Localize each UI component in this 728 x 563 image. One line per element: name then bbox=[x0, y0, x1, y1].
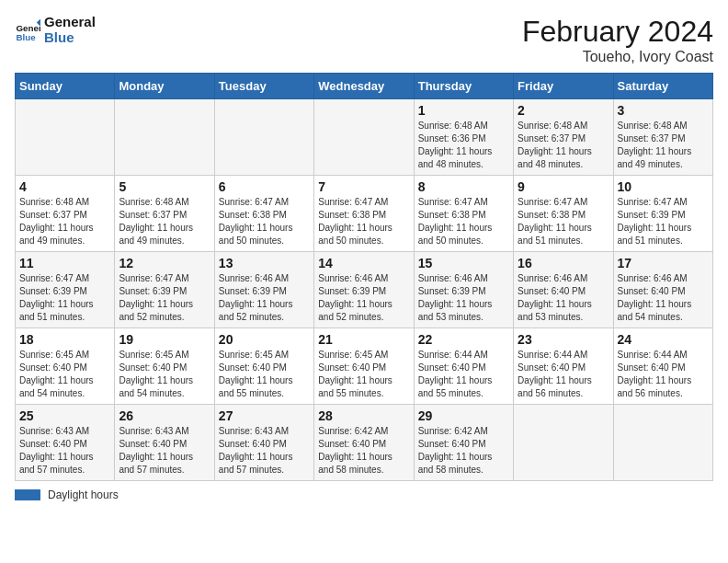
footer-legend-text: Daylight hours bbox=[48, 488, 119, 501]
calendar-cell: 18Sunrise: 6:45 AM Sunset: 6:40 PM Dayli… bbox=[16, 328, 115, 405]
day-info: Sunrise: 6:44 AM Sunset: 6:40 PM Dayligh… bbox=[418, 349, 509, 400]
calendar-cell bbox=[314, 99, 414, 176]
footer: Daylight hours bbox=[15, 488, 713, 501]
calendar-cell: 17Sunrise: 6:46 AM Sunset: 6:40 PM Dayli… bbox=[613, 252, 712, 328]
svg-text:Blue: Blue bbox=[16, 32, 36, 42]
logo: General Blue General Blue bbox=[15, 15, 96, 45]
day-info: Sunrise: 6:44 AM Sunset: 6:40 PM Dayligh… bbox=[518, 349, 609, 400]
day-number: 6 bbox=[219, 179, 310, 194]
calendar-cell: 19Sunrise: 6:45 AM Sunset: 6:40 PM Dayli… bbox=[115, 328, 214, 405]
day-number: 18 bbox=[19, 332, 110, 347]
calendar-cell: 10Sunrise: 6:47 AM Sunset: 6:39 PM Dayli… bbox=[613, 176, 712, 252]
logo-blue: Blue bbox=[44, 30, 96, 46]
day-number: 27 bbox=[219, 408, 310, 423]
day-number: 19 bbox=[119, 332, 210, 347]
day-info: Sunrise: 6:45 AM Sunset: 6:40 PM Dayligh… bbox=[119, 349, 210, 400]
header-cell-tuesday: Tuesday bbox=[214, 74, 313, 99]
main-title: February 2024 bbox=[522, 15, 713, 49]
calendar-cell: 29Sunrise: 6:42 AM Sunset: 6:40 PM Dayli… bbox=[414, 405, 513, 481]
page-header: General Blue General Blue February 2024 … bbox=[15, 15, 713, 65]
calendar-cell: 16Sunrise: 6:46 AM Sunset: 6:40 PM Dayli… bbox=[514, 252, 613, 328]
day-info: Sunrise: 6:42 AM Sunset: 6:40 PM Dayligh… bbox=[318, 425, 409, 477]
day-info: Sunrise: 6:44 AM Sunset: 6:40 PM Dayligh… bbox=[618, 349, 709, 400]
calendar-table: SundayMondayTuesdayWednesdayThursdayFrid… bbox=[15, 73, 713, 481]
day-number: 26 bbox=[119, 408, 210, 423]
calendar-cell: 13Sunrise: 6:46 AM Sunset: 6:39 PM Dayli… bbox=[214, 252, 313, 328]
day-info: Sunrise: 6:43 AM Sunset: 6:40 PM Dayligh… bbox=[119, 425, 210, 477]
week-row-5: 25Sunrise: 6:43 AM Sunset: 6:40 PM Dayli… bbox=[16, 405, 713, 481]
calendar-cell: 22Sunrise: 6:44 AM Sunset: 6:40 PM Dayli… bbox=[414, 328, 513, 405]
calendar-cell bbox=[16, 99, 115, 176]
daylight-bar-icon bbox=[15, 489, 40, 500]
day-info: Sunrise: 6:46 AM Sunset: 6:39 PM Dayligh… bbox=[418, 272, 509, 324]
day-info: Sunrise: 6:46 AM Sunset: 6:39 PM Dayligh… bbox=[318, 272, 409, 324]
header-cell-thursday: Thursday bbox=[414, 74, 513, 99]
day-number: 5 bbox=[119, 179, 210, 194]
week-row-3: 11Sunrise: 6:47 AM Sunset: 6:39 PM Dayli… bbox=[16, 252, 713, 328]
header-cell-saturday: Saturday bbox=[613, 74, 712, 99]
day-info: Sunrise: 6:48 AM Sunset: 6:37 PM Dayligh… bbox=[518, 120, 609, 171]
day-info: Sunrise: 6:46 AM Sunset: 6:40 PM Dayligh… bbox=[518, 272, 609, 324]
day-number: 1 bbox=[418, 103, 509, 118]
day-number: 28 bbox=[318, 408, 409, 423]
calendar-cell: 6Sunrise: 6:47 AM Sunset: 6:38 PM Daylig… bbox=[214, 176, 313, 252]
day-number: 24 bbox=[618, 332, 709, 347]
day-number: 25 bbox=[19, 408, 110, 423]
calendar-cell: 7Sunrise: 6:47 AM Sunset: 6:38 PM Daylig… bbox=[314, 176, 414, 252]
day-number: 21 bbox=[318, 332, 409, 347]
day-number: 17 bbox=[618, 256, 709, 270]
day-number: 11 bbox=[19, 256, 110, 270]
day-number: 29 bbox=[418, 408, 509, 423]
day-number: 4 bbox=[19, 179, 110, 194]
day-info: Sunrise: 6:46 AM Sunset: 6:39 PM Dayligh… bbox=[219, 272, 310, 324]
header-row: SundayMondayTuesdayWednesdayThursdayFrid… bbox=[16, 74, 713, 99]
day-number: 22 bbox=[418, 332, 509, 347]
calendar-cell bbox=[115, 99, 214, 176]
day-number: 10 bbox=[618, 179, 709, 194]
day-number: 7 bbox=[318, 179, 409, 194]
calendar-cell: 1Sunrise: 6:48 AM Sunset: 6:36 PM Daylig… bbox=[414, 99, 513, 176]
calendar-cell: 9Sunrise: 6:47 AM Sunset: 6:38 PM Daylig… bbox=[514, 176, 613, 252]
day-info: Sunrise: 6:47 AM Sunset: 6:38 PM Dayligh… bbox=[318, 196, 409, 247]
calendar-cell bbox=[214, 99, 313, 176]
week-row-2: 4Sunrise: 6:48 AM Sunset: 6:37 PM Daylig… bbox=[16, 176, 713, 252]
calendar-cell: 26Sunrise: 6:43 AM Sunset: 6:40 PM Dayli… bbox=[115, 405, 214, 481]
week-row-4: 18Sunrise: 6:45 AM Sunset: 6:40 PM Dayli… bbox=[16, 328, 713, 405]
day-number: 2 bbox=[518, 103, 609, 118]
day-number: 12 bbox=[119, 256, 210, 270]
calendar-cell: 8Sunrise: 6:47 AM Sunset: 6:38 PM Daylig… bbox=[414, 176, 513, 252]
day-info: Sunrise: 6:45 AM Sunset: 6:40 PM Dayligh… bbox=[219, 349, 310, 400]
header-cell-wednesday: Wednesday bbox=[314, 74, 414, 99]
day-info: Sunrise: 6:47 AM Sunset: 6:39 PM Dayligh… bbox=[19, 272, 110, 324]
day-info: Sunrise: 6:43 AM Sunset: 6:40 PM Dayligh… bbox=[19, 425, 110, 477]
logo-general: General bbox=[44, 15, 96, 30]
logo-icon: General Blue bbox=[15, 17, 40, 43]
day-number: 13 bbox=[219, 256, 310, 270]
day-info: Sunrise: 6:47 AM Sunset: 6:38 PM Dayligh… bbox=[518, 196, 609, 247]
day-info: Sunrise: 6:47 AM Sunset: 6:39 PM Dayligh… bbox=[119, 272, 210, 324]
header-cell-friday: Friday bbox=[514, 74, 613, 99]
day-info: Sunrise: 6:42 AM Sunset: 6:40 PM Dayligh… bbox=[418, 425, 509, 477]
day-info: Sunrise: 6:47 AM Sunset: 6:38 PM Dayligh… bbox=[219, 196, 310, 247]
day-info: Sunrise: 6:46 AM Sunset: 6:40 PM Dayligh… bbox=[618, 272, 709, 324]
calendar-cell: 20Sunrise: 6:45 AM Sunset: 6:40 PM Dayli… bbox=[214, 328, 313, 405]
calendar-cell: 21Sunrise: 6:45 AM Sunset: 6:40 PM Dayli… bbox=[314, 328, 414, 405]
calendar-cell: 14Sunrise: 6:46 AM Sunset: 6:39 PM Dayli… bbox=[314, 252, 414, 328]
day-info: Sunrise: 6:48 AM Sunset: 6:37 PM Dayligh… bbox=[19, 196, 110, 247]
header-cell-monday: Monday bbox=[115, 74, 214, 99]
calendar-cell: 4Sunrise: 6:48 AM Sunset: 6:37 PM Daylig… bbox=[16, 176, 115, 252]
header-cell-sunday: Sunday bbox=[16, 74, 115, 99]
calendar-cell: 24Sunrise: 6:44 AM Sunset: 6:40 PM Dayli… bbox=[613, 328, 712, 405]
calendar-cell: 27Sunrise: 6:43 AM Sunset: 6:40 PM Dayli… bbox=[214, 405, 313, 481]
day-info: Sunrise: 6:48 AM Sunset: 6:36 PM Dayligh… bbox=[418, 120, 509, 171]
subtitle: Toueho, Ivory Coast bbox=[522, 49, 713, 65]
day-info: Sunrise: 6:45 AM Sunset: 6:40 PM Dayligh… bbox=[19, 349, 110, 400]
day-number: 14 bbox=[318, 256, 409, 270]
day-number: 9 bbox=[518, 179, 609, 194]
day-info: Sunrise: 6:47 AM Sunset: 6:39 PM Dayligh… bbox=[618, 196, 709, 247]
calendar-cell: 11Sunrise: 6:47 AM Sunset: 6:39 PM Dayli… bbox=[16, 252, 115, 328]
calendar-cell bbox=[613, 405, 712, 481]
day-info: Sunrise: 6:48 AM Sunset: 6:37 PM Dayligh… bbox=[618, 120, 709, 171]
day-number: 23 bbox=[518, 332, 609, 347]
calendar-cell: 23Sunrise: 6:44 AM Sunset: 6:40 PM Dayli… bbox=[514, 328, 613, 405]
